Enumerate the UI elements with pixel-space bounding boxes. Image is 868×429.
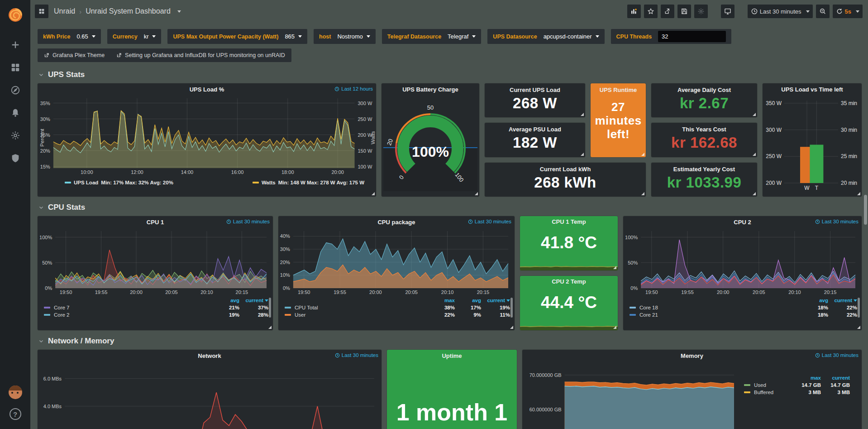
panel-title[interactable]: Memory	[681, 352, 703, 359]
panel-title[interactable]: UPS Load %	[190, 86, 224, 93]
legend-col-current[interactable]: current	[481, 298, 510, 303]
panel-title[interactable]: UPS Battery Charge	[402, 86, 458, 93]
legend-col-current[interactable]: current	[828, 298, 857, 303]
dashboards-grid-icon[interactable]	[6, 58, 24, 77]
sort-caret-icon	[265, 299, 268, 302]
legend-item-ups-load[interactable]: UPS Load Min: 17% Max: 32% Avg: 20%	[65, 180, 173, 185]
variable-ups-max-power[interactable]: UPS Max Output Power Capacity (Watt) 865	[167, 29, 307, 44]
legend-col-max[interactable]: max	[795, 375, 821, 381]
legend-series[interactable]: Core 18	[630, 305, 802, 310]
star-button[interactable]	[644, 5, 658, 18]
panel-time-override[interactable]: Last 30 minutes	[468, 219, 511, 224]
page-scrollbar[interactable]	[864, 195, 867, 225]
save-button[interactable]	[677, 5, 691, 18]
variable-telegraf-datasource[interactable]: Telegraf Datasource Telegraf	[382, 29, 482, 44]
panel-title[interactable]: UPS Runtime	[600, 87, 637, 93]
panel-title[interactable]: Average Daily Cost	[677, 87, 731, 93]
legend-swatch	[253, 182, 259, 183]
panel-title[interactable]: Current Load kWh	[540, 166, 591, 173]
panel-time-override[interactable]: Last 30 minutes	[815, 352, 858, 358]
panel-time-override[interactable]: Last 30 minutes	[815, 219, 858, 224]
alerting-bell-icon[interactable]	[6, 104, 24, 122]
cpu-threads-input[interactable]	[658, 31, 726, 42]
user-avatar[interactable]	[9, 386, 22, 399]
section-header-network-memory[interactable]: Network / Memory	[38, 337, 862, 346]
sidebar: ?	[0, 0, 30, 429]
panel-title[interactable]: UPS Load vs Time left	[781, 86, 843, 93]
variable-currency[interactable]: Currency kr	[107, 29, 162, 44]
variable-kwh-price[interactable]: kWh Price 0.65	[38, 29, 101, 44]
panel-time-override[interactable]: Last 12 hours	[334, 86, 373, 92]
legend-series[interactable]: Buffered	[744, 390, 795, 395]
legend-col-avg[interactable]: avg	[802, 298, 828, 303]
time-range-picker[interactable]: Last 30 minutes	[748, 5, 813, 18]
help-icon[interactable]: ?	[6, 405, 24, 423]
panel-title[interactable]: CPU 1	[147, 219, 164, 226]
panel-title[interactable]: Estimated Yearly Cost	[673, 166, 735, 173]
legend-item-watts[interactable]: Watts Min: 148 W Max: 278 W Avg: 175 W	[253, 180, 364, 185]
variable-host[interactable]: host Nostromo	[314, 29, 376, 44]
chevron-down-icon[interactable]	[177, 10, 181, 13]
panel-time-override[interactable]: Last 30 minutes	[335, 352, 378, 358]
link-grafana-plex-theme[interactable]: Grafana Plex Theme	[44, 52, 105, 58]
cpu-package-chart[interactable]: 19:5019:5520:0020:0520:1020:1540%30%20%1…	[279, 229, 512, 296]
legend-col-max[interactable]: max	[429, 298, 455, 303]
legend-series[interactable]: Core 2	[44, 312, 213, 318]
sort-caret-icon	[506, 299, 510, 302]
memory-chart[interactable]: 70.000000 GB60.000000 GB50.000000 GB	[525, 362, 738, 429]
load-vs-time-bar-chart[interactable]: 350 W35 min300 W30 min250 W25 min200 W20…	[763, 96, 861, 192]
explore-compass-icon[interactable]	[6, 81, 24, 99]
legend-col-avg[interactable]: avg	[455, 298, 481, 303]
refresh-button[interactable]: 5s	[833, 5, 863, 18]
battery-charge-gauge[interactable]: 02050100100%	[382, 96, 479, 194]
legend-col-current[interactable]: current	[821, 375, 850, 381]
legend-col-current[interactable]: current	[239, 298, 268, 303]
ups-load-chart[interactable]: Percent Watts 10:0012:0014:0016:0018:002…	[39, 96, 374, 176]
configuration-gear-icon[interactable]	[6, 126, 24, 145]
legend-series[interactable]: Used	[744, 382, 795, 388]
panel-title[interactable]: Network	[198, 352, 221, 359]
add-panel-button[interactable]	[627, 5, 641, 18]
variable-ups-datasource[interactable]: UPS Datasource apcupsd-container	[487, 29, 604, 44]
dashboard-icon[interactable]	[35, 5, 48, 18]
legend-scrollbar[interactable]	[858, 298, 860, 318]
panel-avg-daily-cost: Average Daily Cost kr 2.67	[651, 83, 757, 117]
breadcrumb-folder[interactable]: Unraid	[54, 7, 75, 15]
legend-value: 38%	[429, 305, 455, 310]
section-title: CPU Stats	[48, 203, 85, 212]
cycle-view-monitor-button[interactable]	[721, 5, 734, 18]
panel-title[interactable]: CPU 2	[734, 219, 751, 226]
panel-title[interactable]: CPU 2 Temp	[552, 278, 586, 285]
network-chart[interactable]: 6.0 MBs4.0 MBs2.0 MBs	[39, 362, 378, 429]
legend-series[interactable]: CPU Total	[285, 305, 429, 310]
svg-text:200 W: 200 W	[766, 180, 782, 186]
panel-title[interactable]: This Years Cost	[682, 126, 726, 133]
link-ups-monitoring-guide[interactable]: Setting up Grafana and InfluxDB for UPS …	[116, 52, 285, 58]
dashboard-settings-button[interactable]	[694, 5, 708, 18]
panel-time-override[interactable]: Last 30 minutes	[226, 219, 270, 224]
share-button[interactable]	[661, 5, 674, 18]
admin-shield-icon[interactable]	[6, 149, 24, 167]
section-header-ups-stats[interactable]: UPS Stats	[38, 70, 862, 79]
panel-title[interactable]: CPU package	[377, 219, 415, 226]
grafana-logo-icon[interactable]	[6, 5, 24, 24]
create-plus-icon[interactable]	[6, 36, 24, 54]
panel-title[interactable]: Current UPS Load	[510, 87, 560, 93]
legend-scrollbar[interactable]	[510, 298, 513, 318]
legend-value: 18%	[802, 312, 828, 318]
panel-title[interactable]: Uptime	[442, 352, 462, 359]
legend-series[interactable]: Core 21	[630, 312, 802, 318]
zoom-out-button[interactable]	[816, 5, 830, 18]
section-header-cpu-stats[interactable]: CPU Stats	[38, 203, 862, 212]
cpu1-chart[interactable]: 19:5019:5520:0020:0520:1020:15100%50%0%	[38, 229, 270, 296]
legend-col-avg[interactable]: avg	[213, 298, 239, 303]
legend-series[interactable]: User	[285, 312, 429, 318]
variable-label: CPU Threads	[616, 34, 652, 40]
cpu2-chart[interactable]: 19:5019:5520:0020:0520:1020:15100%50%0%	[624, 229, 859, 296]
breadcrumb-dashboard-title[interactable]: Unraid System Dashboard	[86, 7, 171, 15]
svg-text:60.000000 GB: 60.000000 GB	[529, 407, 562, 412]
panel-title[interactable]: Average PSU Load	[509, 126, 561, 133]
panel-title[interactable]: CPU 1 Temp	[552, 218, 586, 225]
legend-series[interactable]: Core 7	[44, 305, 213, 310]
legend-scrollbar[interactable]	[269, 298, 271, 318]
